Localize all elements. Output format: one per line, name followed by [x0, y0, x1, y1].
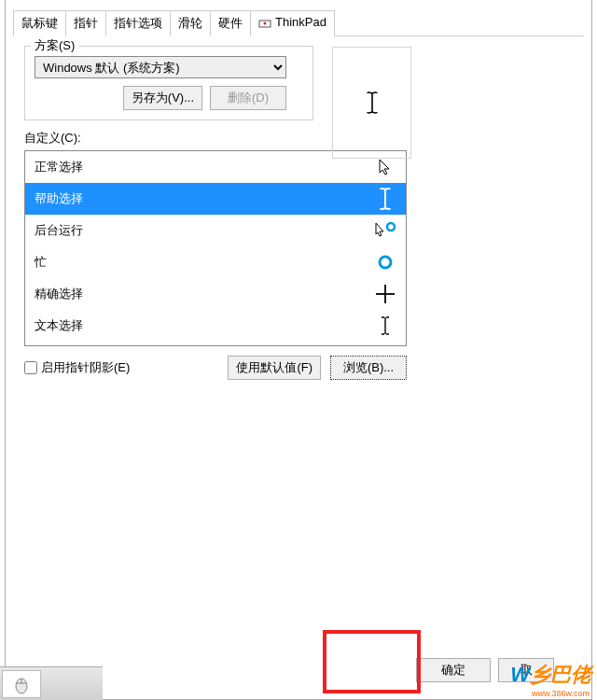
ibeam-icon [366, 91, 379, 114]
browse-button[interactable]: 浏览(B)... [330, 356, 407, 380]
arrow-ring-icon [374, 221, 396, 240]
list-item-label: 帮助选择 [35, 190, 83, 207]
scheme-group-label: 方案(S) [31, 37, 78, 54]
list-item[interactable]: 精确选择 [25, 278, 406, 310]
svg-point-2 [387, 223, 395, 231]
ibeam-icon [374, 189, 396, 209]
ibeam-thin-icon [374, 316, 396, 335]
list-item-label: 正常选择 [35, 159, 83, 175]
tab-mousekeys[interactable]: 鼠标键 [13, 10, 66, 36]
delete-button[interactable]: 删除(D) [210, 86, 286, 110]
scheme-select[interactable]: Windows 默认 (系统方案) [35, 56, 286, 78]
customize-label: 自定义(C): [24, 130, 573, 147]
watermark-text: W乡巴佬 [510, 661, 591, 689]
use-default-button[interactable]: 使用默认值(F) [228, 356, 321, 380]
tabs-bar: 鼠标键 指针 指针选项 滑轮 硬件 ThinkPad [13, 9, 584, 36]
tab-pointers[interactable]: 指针 [65, 10, 106, 36]
svg-point-3 [380, 257, 391, 268]
save-as-button[interactable]: 另存为(V)... [123, 86, 202, 110]
list-item-label: 后台运行 [35, 222, 83, 239]
ring-icon [374, 253, 396, 272]
list-item[interactable]: 帮助选择 [25, 183, 406, 215]
thinkpad-icon [258, 17, 271, 30]
list-item-label: 文本选择 [35, 317, 83, 334]
tab-thinkpad[interactable]: ThinkPad [250, 10, 335, 36]
mouse-icon [11, 674, 32, 694]
cross-icon [374, 285, 396, 303]
tab-wheel[interactable]: 滑轮 [170, 10, 211, 36]
list-item-label: 精确选择 [35, 286, 83, 302]
scheme-group: 方案(S) Windows 默认 (系统方案) 另存为(V)... 删除(D) [24, 46, 313, 120]
pointer-shadow-checkbox[interactable]: 启用指针阴影(E) [24, 359, 130, 376]
list-item[interactable]: 忙 [25, 246, 406, 278]
list-item[interactable]: 后台运行 [25, 215, 406, 246]
svg-point-1 [264, 21, 267, 24]
taskbar-fragment [0, 666, 103, 700]
tab-hardware[interactable]: 硬件 [210, 10, 251, 36]
taskbar-mouse-icon[interactable] [2, 670, 41, 698]
cursor-listbox[interactable]: 正常选择帮助选择后台运行忙精确选择文本选择 [24, 150, 407, 346]
ok-button[interactable]: 确定 [416, 658, 491, 682]
list-item-label: 忙 [35, 254, 47, 271]
list-item[interactable]: 文本选择 [25, 310, 406, 342]
watermark-url: www.386w.com [532, 689, 590, 698]
tab-pointer-options[interactable]: 指针选项 [105, 10, 171, 36]
cursor-preview [332, 47, 411, 159]
arrow-icon [374, 158, 396, 176]
shadow-checkbox-input[interactable] [24, 361, 37, 374]
